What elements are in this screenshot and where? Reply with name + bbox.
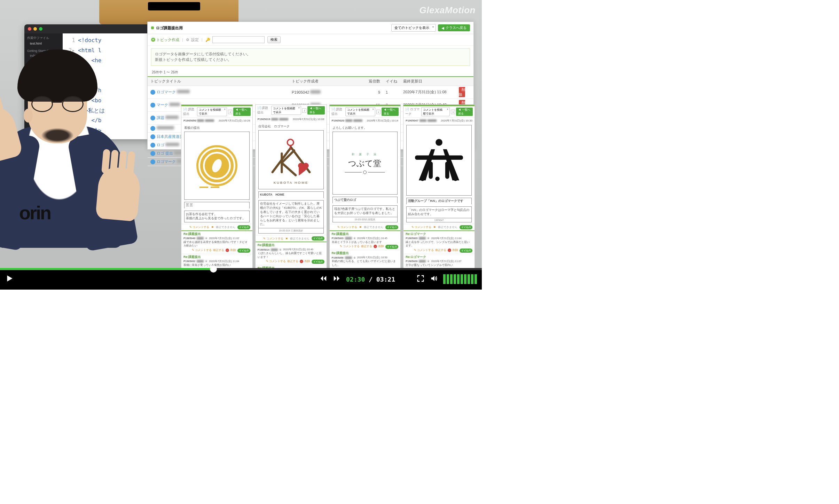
reply-text: 線と点を作ったロゴで、シンプルでお洒落だと思います。 [406, 241, 472, 248]
card-back-button[interactable]: ◀ 一覧へ戻る [307, 106, 325, 115]
key-icon[interactable]: 🔑 [205, 38, 210, 42]
reply-edit-button[interactable]: 修正する [435, 249, 446, 253]
reply-timestamp: 2020年7月31日(金) 11:04 [209, 260, 239, 263]
card-sort-select[interactable]: コメントを投稿順で表示 [197, 107, 227, 116]
delete-icon[interactable]: – [300, 260, 303, 263]
like-badge[interactable]: イイね 0 [237, 225, 250, 229]
comment-button[interactable]: コメントする [337, 225, 357, 229]
topic-icon [150, 151, 155, 156]
card-sort-order[interactable]: ↓ [376, 110, 381, 114]
reply-title: Re:ロゴマーク [406, 232, 472, 236]
reply-comment-button[interactable]: コメントする [266, 260, 286, 264]
delete-button[interactable]: 削除 [459, 87, 465, 97]
reply-comment-button[interactable]: コメントする [192, 249, 212, 253]
reply-comment-button[interactable]: コメントする [340, 245, 360, 249]
topic-link[interactable]: ロゴマーク [157, 90, 176, 94]
card-breadcrumb: 📄 課題提出 [331, 107, 345, 116]
reply-text: 線で水も波紋を表現する発想が面白いです！タピオカ飲みたい [183, 241, 250, 248]
comment-button[interactable]: コメントする [263, 237, 283, 241]
card-timestamp: 2020年7月31日(金) 10:30 [441, 119, 472, 123]
fullscreen-button[interactable] [417, 275, 424, 284]
svg-text:つぶて堂: つぶて堂 [348, 159, 382, 168]
like-badge[interactable]: イイね 0 [312, 236, 324, 241]
topic-icon [150, 159, 155, 164]
volume-button[interactable] [430, 275, 438, 284]
reply-like-badge[interactable]: イイね 0 [237, 249, 250, 253]
rewind-button[interactable] [320, 275, 327, 284]
svg-rect-14 [415, 156, 463, 160]
submission-card: 📄 課題提出コメントを投稿順で表示↓◀ 一覧へ戻るP1905050 2020年7… [181, 104, 253, 269]
desc-footer: 19-05-020久保陽具 [332, 217, 398, 222]
no-edit-icon: ✖ [285, 237, 288, 240]
topic-link[interactable]: ロゴ [157, 143, 164, 147]
svg-point-6 [287, 139, 293, 145]
card-timestamp: 2020年7月31日(金) 10:14 [367, 119, 399, 123]
desc-title: 活動グループ「HAI」のロゴマークです [406, 198, 472, 204]
card-author-id: P1905050 [183, 119, 214, 123]
reply-author-id: P1905003 [332, 237, 344, 240]
reply-timestamp: 2020年7月31日(金) 11:07 [431, 260, 461, 263]
svg-point-18 [420, 177, 425, 181]
card-sort-order[interactable]: ↓ [302, 108, 306, 113]
card-back-button[interactable]: ◀ 一覧へ戻る [456, 108, 473, 116]
reply-edit-button[interactable]: 修正する [361, 245, 372, 249]
progress-bar[interactable] [0, 268, 482, 270]
card-sort-select[interactable]: コメントを投稿順で表示 [271, 106, 301, 115]
comment-button[interactable]: コメントする [411, 225, 431, 229]
progress-knob-icon[interactable] [210, 266, 217, 273]
card-timestamp: 2020年7月31日(金) 10:08 [293, 117, 324, 121]
reply-timestamp: 2020年7月31日(金) 11:04 [431, 237, 461, 240]
result-count: 26件中 1 〜 26件 [148, 69, 473, 76]
settings-button[interactable]: ⚙設定 [186, 37, 199, 42]
reply-item: Re:ロゴマークP1905003 ※ 2020年7月31日(金) 11:04線と… [403, 231, 475, 254]
reply-title: Re:課題提出 [332, 251, 399, 255]
comment-button[interactable]: コメントする [189, 225, 209, 229]
back-to-class-button[interactable]: ◀ クラスへ戻る [438, 24, 470, 31]
topic-link[interactable]: マーク [157, 103, 168, 107]
submitted-logo: KUBOTA HOME [258, 130, 324, 189]
reply-delete-button[interactable]: 削除 [453, 249, 458, 253]
reply-delete-button[interactable]: 削除 [378, 245, 384, 249]
topic-link[interactable]: ロゴ 提出 [157, 151, 173, 155]
delete-icon[interactable]: – [448, 249, 451, 252]
card-back-button[interactable]: ◀ 一覧へ戻る [382, 108, 399, 116]
reply-delete-button[interactable]: 削除 [230, 249, 236, 253]
topic-link[interactable]: ロゴマーク [157, 159, 176, 164]
topic-filter-select[interactable]: 全てのトピックを表示 [391, 24, 436, 32]
card-sort-order[interactable]: ↓ [451, 110, 455, 114]
submitted-logo [406, 125, 472, 196]
reply-author-id: P1905040 [183, 237, 195, 240]
reply-author-id: P1905003 [406, 237, 417, 240]
topic-icon [150, 116, 155, 120]
reply-item: Re:課題提出P1905056 ※ 2020年7月31日(金) 10:50和紙の… [330, 250, 401, 268]
like-badge[interactable]: イイね 0 [460, 225, 472, 229]
search-input[interactable] [212, 36, 265, 43]
reply-timestamp: 2020年7月31日(金) 10:45 [357, 237, 387, 240]
card-sort-order[interactable]: ↓ [228, 110, 232, 114]
card-sort-select[interactable]: コメントを投稿順で表示 [421, 107, 450, 116]
topic-link[interactable]: 課題 [157, 116, 164, 120]
volume-meter[interactable] [443, 274, 477, 284]
reply-author-id: P1905014 [258, 248, 269, 251]
reply-edit-button[interactable]: 修正する [213, 249, 224, 253]
delete-icon[interactable]: – [226, 249, 229, 252]
reply-delete-button[interactable]: 削除 [305, 260, 310, 264]
reply-edit-button[interactable]: 修正する [287, 260, 298, 264]
time-current: 02:30 [346, 276, 365, 283]
forward-button[interactable] [333, 275, 340, 284]
table-row[interactable]: ロゴマーク P1905042 912020年7月31日(金) 11:08削除 [148, 86, 473, 99]
reply-like-badge[interactable]: イイね 0 [385, 245, 398, 249]
topic-link[interactable]: 日本共産推進委 [157, 134, 183, 139]
delete-icon[interactable]: – [374, 245, 377, 248]
reply-like-badge[interactable]: イイね 0 [460, 249, 472, 253]
like-badge[interactable]: イイね 1 [385, 225, 398, 229]
card-sort-select[interactable]: コメントを投稿順で表示 [345, 107, 375, 116]
reply-comment-button[interactable]: コメントする [414, 249, 434, 253]
card-timestamp: 2020年7月31日(金) 10:28 [219, 119, 250, 123]
play-button[interactable] [5, 274, 14, 284]
reply-like-badge[interactable]: イイね 0 [312, 260, 324, 264]
new-topic-button[interactable]: +トピック作成 [151, 37, 179, 42]
card-back-button[interactable]: ◀ 一覧へ戻る [233, 108, 251, 116]
search-button[interactable]: 検索 [267, 36, 281, 43]
header-bullet-icon [151, 26, 154, 29]
